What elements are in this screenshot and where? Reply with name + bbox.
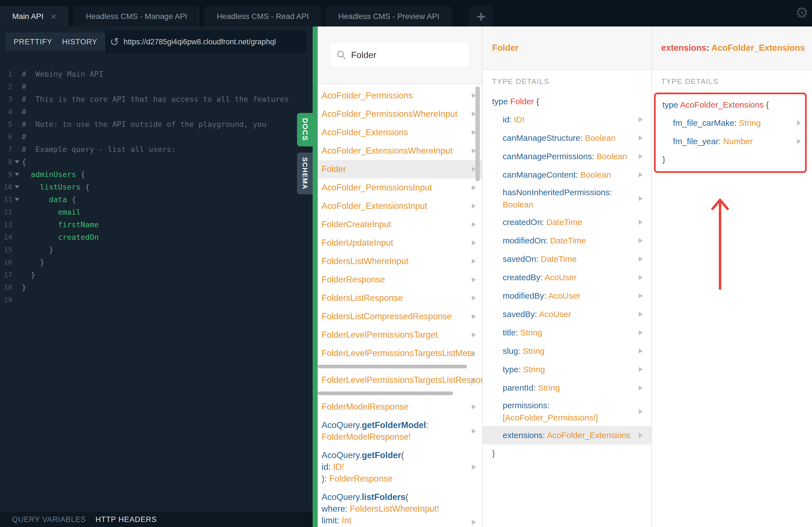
line-number: 17 (0, 271, 12, 279)
field-row-parentId[interactable]: parentId: String (492, 379, 651, 397)
field-row-fm_file_carMake[interactable]: fm_file_carMake: String (662, 114, 805, 132)
field-row-type[interactable]: type: String (492, 360, 651, 379)
docs-search-input[interactable] (350, 49, 458, 60)
chevron-right-icon (472, 296, 476, 301)
docs-list-item[interactable]: AcoFolder_Extensions (318, 123, 482, 142)
code-line: 7# Example query - list all users: (0, 143, 313, 156)
code-text: { (22, 158, 26, 166)
docs-list-item[interactable]: AcoQuery.getFolderModel:FolderModelRespo… (318, 416, 482, 446)
docs-list-item[interactable]: Folder (318, 160, 482, 179)
field-row-canManageContent[interactable]: canManageContent: Boolean (492, 166, 651, 184)
line-number: 14 (0, 233, 12, 241)
text-segment: : (518, 346, 523, 356)
type-declaration-open[interactable]: type AcoFolder_Extensions { (662, 96, 805, 114)
fold-caret-icon[interactable] (12, 160, 22, 163)
docs-side-tab[interactable]: DOCS (297, 113, 313, 146)
text-segment: AcoFolder_Extensions (547, 430, 630, 440)
field-row-createdBy[interactable]: createdBy: AcoUser (492, 268, 651, 287)
docs-list-item[interactable]: AcoFolder_ExtensionsInput (318, 197, 482, 215)
field-row-hasNonInheritedPermissions[interactable]: hasNonInheritedPermissions:Boolean (492, 184, 651, 213)
docs-list-item[interactable]: FoldersListWhereInput (318, 252, 482, 270)
field-row-modifiedOn[interactable]: modifiedOn: DateTime (492, 231, 651, 250)
type-declaration-open[interactable]: type Folder { (492, 92, 651, 111)
docs-item-line: AcoQuery.getFolderModel: (322, 419, 470, 431)
docs-list-item[interactable]: AcoQuery.listFolders( where: FoldersList… (318, 488, 482, 527)
docs-item-line: AcoFolder_Permissions (322, 86, 470, 105)
settings-gear-icon[interactable]: ⚙ (795, 4, 809, 22)
text-segment: limit (322, 516, 337, 525)
field-row-permissions[interactable]: permissions:[AcoFolder_Permissions!] (492, 397, 651, 426)
tab-headless-cms-manage-api[interactable]: Headless CMS - Manage API (74, 6, 200, 27)
docs-list-item[interactable]: AcoFolder_PermissionsWhereInput (318, 105, 482, 123)
history-button[interactable]: HISTORY (54, 32, 106, 51)
field-row-modifiedBy[interactable]: modifiedBy: AcoUser (492, 287, 651, 305)
query-variables-tab[interactable]: QUERY VARIABLES (12, 515, 86, 524)
tab-main-api[interactable]: Main API× (0, 6, 69, 27)
docs-list-item[interactable]: FolderUpdateInput (318, 234, 482, 252)
docs-scrollbar-thumb[interactable] (475, 86, 480, 181)
fold-caret-icon[interactable] (12, 173, 22, 176)
docs-list-item[interactable]: FolderLevelPermissionsTargetsListRespons… (318, 371, 482, 389)
fold-caret-icon[interactable] (12, 185, 22, 188)
docs-panel-edge[interactable] (313, 27, 318, 527)
text-segment: { (81, 183, 90, 191)
docs-list-item[interactable]: AcoFolder_ExtensionsWhereInput (318, 142, 482, 160)
field-row-slug[interactable]: slug: String (492, 342, 651, 360)
code-line: 13 firstName (0, 218, 313, 231)
schema-side-tab[interactable]: SCHEMA (297, 153, 313, 194)
code-line: 11 data { (0, 193, 313, 206)
fold-caret-icon[interactable] (12, 198, 22, 201)
field-row-canManageStructure[interactable]: canManageStructure: Boolean (492, 129, 651, 147)
field-line: id: ID! (503, 111, 635, 129)
docs-list-item[interactable]: FolderLevelPermissionsTargetsListMeta (318, 344, 482, 362)
field-row-canManagePermissions[interactable]: canManagePermissions: Boolean (492, 147, 651, 166)
field-row-createdOn[interactable]: createdOn: DateTime (492, 213, 651, 231)
graphql-playground: Main API×Headless CMS - Manage APIHeadle… (0, 0, 812, 527)
text-segment: FolderCreateInput (322, 219, 391, 229)
field-row-savedOn[interactable]: savedOn: DateTime (492, 250, 651, 268)
docs-list-item[interactable]: AcoQuery.getFolder( id: ID!): FolderResp… (318, 446, 482, 488)
docs-list-item[interactable]: FolderResponse (318, 270, 482, 289)
docs-list-item[interactable]: FolderLevelPermissionsTarget (318, 326, 482, 344)
chevron-right-icon (472, 404, 476, 409)
extensions-type-panel: extensions: AcoFolder_Extensions TYPE DE… (652, 27, 812, 527)
text-segment: email (58, 208, 81, 216)
field-row-extensions[interactable]: extensions: AcoFolder_Extensions (483, 426, 651, 444)
docs-list-item[interactable]: FoldersListCompressedResponse (318, 307, 482, 326)
docs-list-item[interactable]: FoldersListResponse (318, 289, 482, 307)
text-segment: AcoQuery. (322, 420, 362, 430)
field-line: savedOn: DateTime (503, 250, 635, 268)
text-segment: parentId (503, 383, 533, 392)
close-icon[interactable]: × (51, 12, 56, 21)
text-segment: id (322, 462, 328, 472)
tab-headless-cms-read-api[interactable]: Headless CMS - Read API (204, 6, 321, 27)
docs-list-item[interactable]: FolderCreateInput (318, 215, 482, 234)
reload-icon[interactable]: ↺ (110, 35, 119, 48)
query-editor[interactable]: 1# Webiny Main API2#3# This is the core … (0, 63, 313, 517)
line-number: 10 (0, 183, 12, 191)
text-segment: : (706, 43, 711, 53)
docs-list-item[interactable]: FolderModelResponse (318, 398, 482, 416)
code-text: } (22, 258, 44, 267)
field-row-title[interactable]: title: String (492, 324, 651, 342)
field-row-savedBy[interactable]: savedBy: AcoUser (492, 305, 651, 324)
type-declaration-close: } (662, 151, 805, 168)
text-segment: modifiedOn (503, 236, 545, 245)
horizontal-scrollbar-thumb[interactable] (318, 365, 467, 368)
prettify-button[interactable]: PRETTIFY (5, 32, 61, 51)
field-row-fm_file_year[interactable]: fm_file_year: Number (662, 132, 805, 151)
horizontal-scrollbar[interactable] (318, 362, 482, 371)
endpoint-url-input[interactable] (123, 37, 297, 46)
caret-down-icon (15, 198, 19, 201)
docs-list-item[interactable]: AcoFolder_Permissions (318, 86, 482, 105)
field-row-id[interactable]: id: ID! (492, 111, 651, 129)
horizontal-scrollbar-thumb[interactable] (318, 391, 453, 395)
http-headers-tab[interactable]: HTTP HEADERS (96, 515, 157, 524)
text-segment: createdBy (503, 273, 540, 282)
line-number: 13 (0, 220, 12, 229)
tab-headless-cms-preview-api[interactable]: Headless CMS - Preview API (326, 6, 452, 27)
docs-list-item[interactable]: AcoFolder_PermissionsInput (318, 179, 482, 197)
code-line: 6# (0, 130, 313, 143)
horizontal-scrollbar[interactable] (318, 389, 482, 398)
new-tab-button[interactable]: + (469, 6, 493, 27)
